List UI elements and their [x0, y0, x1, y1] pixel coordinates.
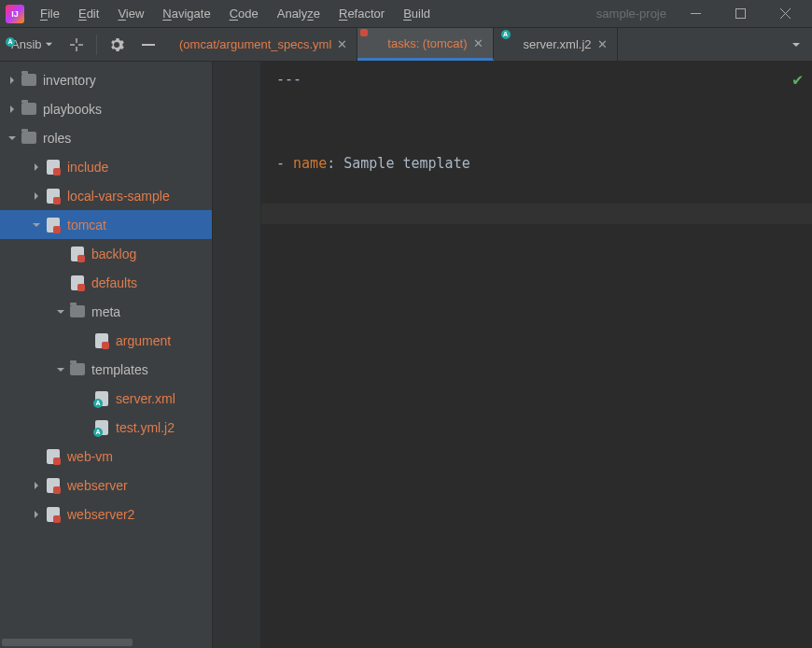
editor-gutter [213, 62, 261, 648]
caret-line-highlight [261, 204, 812, 224]
breadcrumb-label: Ansible [11, 37, 41, 51]
menu-edit[interactable]: Edit [70, 3, 107, 24]
svg-rect-1 [735, 9, 745, 19]
chevron-right-icon[interactable] [30, 508, 43, 521]
window-close[interactable] [763, 0, 806, 28]
tree-item-defaults[interactable]: defaults [0, 268, 212, 297]
close-icon[interactable]: ✕ [337, 37, 347, 51]
tree-folder-playbooks[interactable]: playbooks [0, 94, 212, 123]
folder-icon [21, 130, 37, 147]
ansible-file-icon [45, 477, 62, 494]
folder-icon [69, 361, 86, 378]
chevron-down-icon[interactable] [30, 218, 43, 232]
tree-item-argument[interactable]: argument [0, 326, 212, 355]
close-icon[interactable]: ✕ [473, 36, 483, 50]
breadcrumb[interactable]: Ansible [7, 37, 61, 51]
menu-navigate[interactable]: Navigate [154, 3, 218, 24]
ansible-file-icon [367, 35, 382, 50]
window-minimize[interactable] [674, 0, 717, 28]
project-tree[interactable]: inventory playbooks roles include lo [0, 62, 212, 528]
chevron-right-icon[interactable] [6, 74, 19, 87]
chevron-right-icon[interactable] [6, 103, 19, 116]
svg-rect-8 [142, 44, 155, 46]
tree-item-local-vars[interactable]: local-vars-sample [0, 181, 212, 210]
scrollbar-thumb[interactable] [2, 639, 133, 646]
tab-label: server.xml.j2 [524, 37, 592, 51]
menu-code[interactable]: Code [221, 3, 267, 24]
menubar: IJ File Edit View Navigate Code Analyze … [0, 0, 812, 28]
editor-line [276, 121, 797, 138]
tab-server-xml-j2[interactable]: server.xml.j2 ✕ [494, 28, 618, 61]
menu-view[interactable]: View [109, 3, 152, 24]
ansible-file-icon [69, 275, 86, 291]
editor-line: --- [276, 71, 797, 88]
tree-label: webserver2 [67, 507, 134, 522]
code-editor[interactable]: ✔ --- - name: Sample template [261, 62, 812, 648]
j2-file-icon [93, 390, 110, 407]
toolbar: Ansible omcat/argument_specs.yml) ✕ task… [0, 28, 812, 62]
ansible-file-icon [93, 332, 110, 349]
tree-folder-inventory[interactable]: inventory [0, 65, 212, 94]
tree-item-include[interactable]: include [0, 152, 212, 181]
select-target-icon[interactable] [64, 33, 89, 57]
tree-item-web-vm[interactable]: web-vm [0, 442, 212, 471]
editor-line [276, 138, 797, 155]
toolbar-separator [96, 35, 97, 55]
tree-folder-roles[interactable]: roles [0, 123, 212, 152]
menu-refactor[interactable]: Refactor [330, 3, 393, 24]
sidebar-scrollbar[interactable] [0, 637, 212, 648]
chevron-down-icon[interactable] [54, 363, 67, 376]
ansible-file-icon [45, 506, 62, 523]
settings-icon[interactable] [105, 33, 129, 57]
ansible-file-icon [45, 217, 62, 233]
chevron-down-icon[interactable] [54, 305, 67, 318]
tree-label: test.yml.j2 [116, 420, 175, 435]
tab-argument-specs[interactable]: omcat/argument_specs.yml) ✕ [170, 28, 357, 61]
tree-label: argument [116, 333, 171, 348]
tree-item-webserver[interactable]: webserver [0, 471, 212, 500]
menu-build[interactable]: Build [395, 3, 439, 24]
chevron-right-icon[interactable] [30, 479, 43, 492]
chevron-down-icon [45, 40, 53, 49]
project-sidebar: inventory playbooks roles include lo [0, 62, 213, 648]
chevron-right-icon[interactable] [30, 161, 43, 174]
tree-item-webserver2[interactable]: webserver2 [0, 500, 212, 528]
tree-label: playbooks [43, 102, 102, 117]
app-icon: IJ [6, 5, 24, 23]
editor-line [276, 105, 797, 121]
tree-folder-meta[interactable]: meta [0, 297, 212, 326]
j2-file-icon [93, 419, 110, 436]
tab-overflow[interactable] [780, 39, 812, 50]
menu-file[interactable]: File [32, 3, 68, 24]
tree-label: defaults [91, 275, 137, 290]
collapse-icon[interactable] [136, 33, 161, 57]
tree-item-backlog[interactable]: backlog [0, 239, 212, 268]
ansible-file-icon [45, 448, 62, 465]
tree-label: templates [91, 362, 148, 377]
close-icon[interactable]: ✕ [597, 37, 608, 51]
tree-label: backlog [91, 247, 136, 261]
tree-folder-templates[interactable]: templates [0, 355, 212, 384]
tab-tasks-tomcat[interactable]: tasks: (tomcat) ✕ [357, 28, 493, 61]
tree-item-server-xml[interactable]: server.xml [0, 384, 212, 413]
tree-label: web-vm [67, 449, 113, 464]
tree-item-tomcat[interactable]: tomcat [0, 210, 212, 239]
ansible-file-icon [45, 159, 62, 176]
tree-label: webserver [67, 478, 128, 493]
window-maximize[interactable] [719, 0, 762, 28]
tab-label: tasks: (tomcat) [387, 36, 467, 50]
tree-item-test-yml-j2[interactable]: test.yml.j2 [0, 413, 212, 442]
ansible-file-icon [45, 188, 62, 204]
inspection-ok-icon[interactable]: ✔ [792, 69, 803, 89]
tree-label: include [67, 160, 108, 175]
chevron-right-icon[interactable] [30, 190, 43, 203]
editor-line: - name: Sample template [276, 155, 797, 172]
tree-label: meta [91, 304, 120, 319]
tab-label: omcat/argument_specs.yml) [179, 37, 331, 51]
folder-icon [21, 72, 37, 89]
tree-label: tomcat [67, 218, 106, 232]
chevron-down-icon[interactable] [6, 132, 19, 145]
menu-analyze[interactable]: Analyze [269, 3, 329, 24]
editor-line [276, 88, 797, 105]
main: inventory playbooks roles include lo [0, 62, 812, 648]
